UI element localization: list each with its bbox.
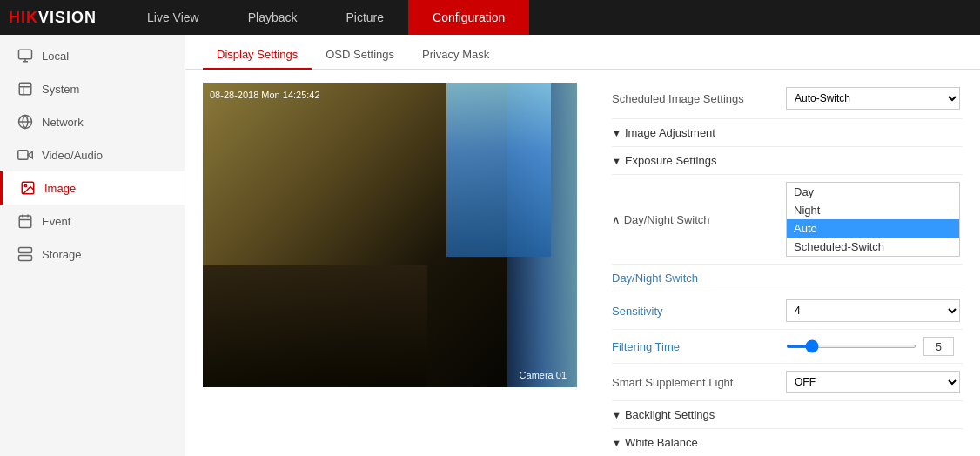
smart-supplement-label: Smart Supplement Light — [612, 376, 786, 389]
nav-menu: Live View Playback Picture Configuration — [123, 0, 529, 35]
sidebar-item-local[interactable]: Local — [0, 39, 185, 72]
daynight-dropdown[interactable]: Day Night Auto Scheduled-Switch — [786, 182, 960, 257]
filtering-time-row: Filtering Time 5 — [612, 330, 963, 364]
monitor-icon — [17, 48, 33, 64]
daynight-switch-row: ∧ Day/Night Switch Day Night Auto Schedu… — [612, 175, 963, 265]
camera-preview: 08-28-2018 Mon 14:25:42 Camera 01 — [203, 83, 577, 387]
daynight-option-night[interactable]: Night — [787, 201, 959, 219]
section-white-balance-label: White Balance — [625, 436, 698, 447]
svg-marker-8 — [28, 151, 32, 158]
daynight-option-day[interactable]: Day — [787, 183, 959, 201]
tab-display-settings[interactable]: Display Settings — [203, 41, 312, 70]
daynight-option-scheduled[interactable]: Scheduled-Switch — [787, 238, 959, 256]
filtering-time-value: 5 — [923, 337, 954, 356]
sidebar-item-event[interactable]: Event — [0, 205, 185, 238]
video-icon — [17, 147, 33, 163]
section-image-adjustment[interactable]: ▼ Image Adjustment — [612, 119, 963, 147]
camera-timestamp: 08-28-2018 Mon 14:25:42 — [210, 90, 320, 100]
daynight-switch-sub-row: Day/Night Switch — [612, 265, 963, 292]
scheduled-image-control: Auto-Switch Scheduled — [786, 87, 963, 110]
daynight-switch-sub-label: Day/Night Switch — [612, 272, 786, 285]
tab-privacy-mask[interactable]: Privacy Mask — [408, 41, 503, 70]
sidebar-label-network: Network — [42, 116, 84, 129]
tab-bar: Display Settings OSD Settings Privacy Ma… — [185, 35, 980, 70]
sidebar-label-image: Image — [44, 182, 76, 195]
content-area: Display Settings OSD Settings Privacy Ma… — [185, 35, 980, 456]
smart-supplement-select[interactable]: OFFONAuto — [786, 371, 960, 393]
daynight-option-auto[interactable]: Auto — [787, 219, 959, 238]
svg-rect-16 — [19, 248, 32, 253]
sidebar-label-system: System — [42, 83, 79, 96]
main-layout: Local System Network Video/Audio Image — [0, 35, 980, 456]
camera-light — [446, 83, 551, 257]
sensitivity-label: Sensitivity — [612, 305, 786, 318]
svg-point-11 — [24, 184, 26, 186]
nav-live-view[interactable]: Live View — [123, 0, 224, 35]
scheduled-image-label: Scheduled Image Settings — [612, 92, 786, 105]
image-icon — [20, 180, 36, 196]
event-icon — [17, 213, 33, 229]
filtering-time-label: Filtering Time — [612, 340, 786, 353]
sidebar-label-video-audio: Video/Audio — [42, 149, 103, 162]
section-backlight-settings[interactable]: ▼ Backlight Settings — [612, 401, 963, 429]
svg-rect-3 — [19, 83, 31, 95]
section-exposure-settings-label: Exposure Settings — [625, 154, 717, 167]
arrow-exposure-settings: ▼ — [612, 156, 621, 166]
svg-rect-9 — [18, 151, 28, 160]
section-exposure-settings[interactable]: ▼ Exposure Settings — [612, 147, 963, 175]
nav-configuration[interactable]: Configuration — [408, 0, 529, 35]
camera-label: Camera 01 — [520, 370, 567, 380]
filtering-time-control: 5 — [786, 337, 963, 356]
arrow-backlight: ▼ — [612, 410, 621, 420]
tab-osd-settings[interactable]: OSD Settings — [312, 41, 408, 70]
daynight-switch-label: ∧ Day/Night Switch — [612, 213, 786, 226]
filtering-time-slider[interactable] — [786, 345, 916, 348]
sidebar-label-event: Event — [42, 215, 70, 228]
navbar: HIKVISION Live View Playback Picture Con… — [0, 0, 980, 35]
sidebar-item-image[interactable]: Image — [0, 171, 185, 205]
network-icon — [17, 114, 33, 130]
sidebar-item-storage[interactable]: Storage — [0, 238, 185, 271]
svg-rect-17 — [19, 256, 32, 261]
storage-icon — [17, 246, 33, 262]
settings-panel: Scheduled Image Settings Auto-Switch Sch… — [594, 78, 980, 447]
sidebar-item-system[interactable]: System — [0, 72, 185, 105]
scheduled-image-row: Scheduled Image Settings Auto-Switch Sch… — [612, 78, 963, 119]
section-backlight-label: Backlight Settings — [625, 408, 715, 421]
smart-supplement-control: OFFONAuto — [786, 371, 963, 393]
section-image-adjustment-label: Image Adjustment — [625, 126, 715, 139]
arrow-image-adjustment: ▼ — [612, 128, 621, 138]
system-icon — [17, 81, 33, 97]
camera-floor — [203, 265, 427, 387]
content-body: 08-28-2018 Mon 14:25:42 Camera 01 Schedu… — [185, 70, 980, 456]
svg-rect-12 — [19, 216, 31, 228]
nav-picture[interactable]: Picture — [322, 0, 409, 35]
sidebar-item-network[interactable]: Network — [0, 105, 185, 138]
sidebar-label-local: Local — [42, 50, 69, 63]
sidebar-item-video-audio[interactable]: Video/Audio — [0, 138, 185, 171]
section-white-balance[interactable]: ▼ White Balance — [612, 429, 963, 447]
sidebar: Local System Network Video/Audio Image — [0, 35, 185, 456]
daynight-caret: ∧ — [612, 213, 624, 226]
smart-supplement-row: Smart Supplement Light OFFONAuto — [612, 364, 963, 401]
sensitivity-row: Sensitivity 1234567 — [612, 292, 963, 330]
scheduled-image-select[interactable]: Auto-Switch Scheduled — [786, 87, 960, 110]
sensitivity-select[interactable]: 1234567 — [786, 299, 960, 322]
sidebar-label-storage: Storage — [42, 248, 82, 261]
arrow-white-balance: ▼ — [612, 438, 621, 448]
logo: HIKVISION — [9, 9, 97, 27]
daynight-control: Day Night Auto Scheduled-Switch — [786, 182, 963, 257]
nav-playback[interactable]: Playback — [224, 0, 322, 35]
svg-rect-0 — [19, 50, 32, 59]
brand: HIKVISION — [9, 9, 97, 27]
sensitivity-control: 1234567 — [786, 299, 963, 322]
daynight-label-text: Day/Night Switch — [624, 213, 710, 226]
